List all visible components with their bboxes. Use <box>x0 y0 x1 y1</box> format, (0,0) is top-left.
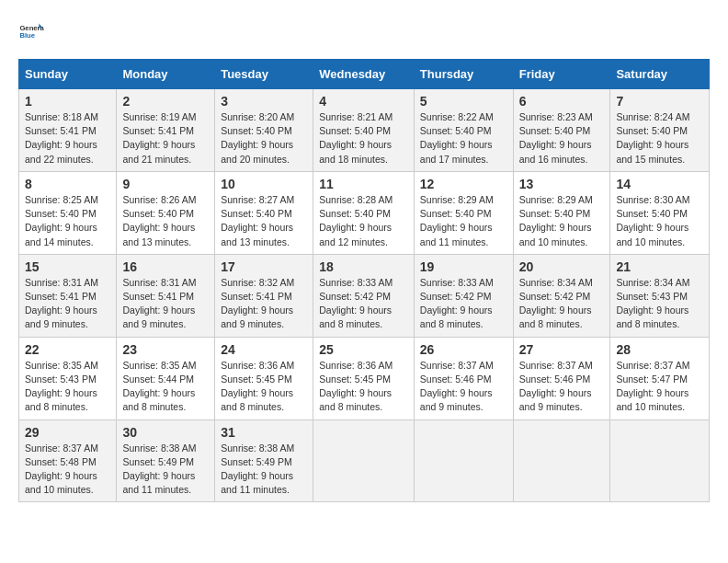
day-cell-10: 10Sunrise: 8:27 AMSunset: 5:40 PMDayligh… <box>215 171 313 254</box>
day-info: Sunrise: 8:20 AMSunset: 5:40 PMDaylight:… <box>221 111 294 165</box>
day-number: 3 <box>221 94 307 109</box>
day-number: 12 <box>420 177 507 191</box>
calendar-row: 15Sunrise: 8:31 AMSunset: 5:41 PMDayligh… <box>19 254 710 337</box>
day-info: Sunrise: 8:25 AMSunset: 5:40 PMDaylight:… <box>25 194 98 247</box>
day-cell-28: 28Sunrise: 8:37 AMSunset: 5:47 PMDayligh… <box>610 337 710 419</box>
day-number: 6 <box>519 94 605 109</box>
day-number: 15 <box>25 259 110 274</box>
col-sunday: Sunday <box>19 60 117 89</box>
day-info: Sunrise: 8:21 AMSunset: 5:40 PMDaylight:… <box>319 111 392 165</box>
day-info: Sunrise: 8:18 AMSunset: 5:41 PMDaylight:… <box>25 111 98 165</box>
day-info: Sunrise: 8:32 AMSunset: 5:41 PMDaylight:… <box>221 277 294 330</box>
col-saturday: Saturday <box>610 60 710 89</box>
day-number: 21 <box>616 259 703 274</box>
day-number: 14 <box>616 177 703 191</box>
day-cell-29: 29Sunrise: 8:37 AMSunset: 5:48 PMDayligh… <box>19 419 117 502</box>
day-cell-14: 14Sunrise: 8:30 AMSunset: 5:40 PMDayligh… <box>610 171 710 254</box>
day-number: 22 <box>25 342 110 357</box>
day-cell-19: 19Sunrise: 8:33 AMSunset: 5:42 PMDayligh… <box>414 254 513 337</box>
day-cell-27: 27Sunrise: 8:37 AMSunset: 5:46 PMDayligh… <box>513 337 610 419</box>
day-cell-30: 30Sunrise: 8:38 AMSunset: 5:49 PMDayligh… <box>117 419 215 502</box>
day-number: 23 <box>122 342 209 357</box>
empty-cell <box>414 419 513 502</box>
day-info: Sunrise: 8:36 AMSunset: 5:45 PMDaylight:… <box>319 360 392 413</box>
day-number: 30 <box>122 425 209 440</box>
calendar-row: 1Sunrise: 8:18 AMSunset: 5:41 PMDaylight… <box>19 89 710 172</box>
day-number: 9 <box>122 177 209 191</box>
day-number: 16 <box>122 259 209 274</box>
svg-text:Blue: Blue <box>19 31 35 40</box>
day-number: 13 <box>519 177 605 191</box>
day-number: 20 <box>519 259 605 274</box>
empty-cell <box>610 419 710 502</box>
day-number: 17 <box>221 259 307 274</box>
day-info: Sunrise: 8:31 AMSunset: 5:41 PMDaylight:… <box>25 277 98 330</box>
day-number: 1 <box>25 94 110 109</box>
day-cell-26: 26Sunrise: 8:37 AMSunset: 5:46 PMDayligh… <box>414 337 513 419</box>
day-cell-20: 20Sunrise: 8:34 AMSunset: 5:42 PMDayligh… <box>513 254 610 337</box>
day-info: Sunrise: 8:26 AMSunset: 5:40 PMDaylight:… <box>122 194 196 247</box>
calendar-row: 8Sunrise: 8:25 AMSunset: 5:40 PMDaylight… <box>19 171 710 254</box>
day-info: Sunrise: 8:27 AMSunset: 5:40 PMDaylight:… <box>221 194 294 247</box>
day-cell-22: 22Sunrise: 8:35 AMSunset: 5:43 PMDayligh… <box>19 337 117 419</box>
day-info: Sunrise: 8:35 AMSunset: 5:43 PMDaylight:… <box>25 360 98 413</box>
day-info: Sunrise: 8:30 AMSunset: 5:40 PMDaylight:… <box>616 194 689 247</box>
day-info: Sunrise: 8:33 AMSunset: 5:42 PMDaylight:… <box>420 277 494 330</box>
day-number: 2 <box>122 94 209 109</box>
day-cell-18: 18Sunrise: 8:33 AMSunset: 5:42 PMDayligh… <box>313 254 415 337</box>
day-cell-13: 13Sunrise: 8:29 AMSunset: 5:40 PMDayligh… <box>513 171 610 254</box>
day-cell-9: 9Sunrise: 8:26 AMSunset: 5:40 PMDaylight… <box>117 171 215 254</box>
day-number: 19 <box>420 259 507 274</box>
day-info: Sunrise: 8:19 AMSunset: 5:41 PMDaylight:… <box>122 111 196 165</box>
day-cell-2: 2Sunrise: 8:19 AMSunset: 5:41 PMDaylight… <box>117 89 215 172</box>
day-number: 7 <box>616 94 703 109</box>
day-cell-5: 5Sunrise: 8:22 AMSunset: 5:40 PMDaylight… <box>414 89 513 172</box>
empty-cell <box>313 419 415 502</box>
day-number: 4 <box>319 94 408 109</box>
day-cell-16: 16Sunrise: 8:31 AMSunset: 5:41 PMDayligh… <box>117 254 215 337</box>
day-cell-1: 1Sunrise: 8:18 AMSunset: 5:41 PMDaylight… <box>19 89 117 172</box>
day-info: Sunrise: 8:29 AMSunset: 5:40 PMDaylight:… <box>519 194 593 247</box>
calendar-header-row: Sunday Monday Tuesday Wednesday Thursday… <box>19 60 710 89</box>
calendar-row: 22Sunrise: 8:35 AMSunset: 5:43 PMDayligh… <box>19 337 710 419</box>
day-cell-3: 3Sunrise: 8:20 AMSunset: 5:40 PMDaylight… <box>215 89 313 172</box>
day-number: 25 <box>319 342 408 357</box>
day-info: Sunrise: 8:38 AMSunset: 5:49 PMDaylight:… <box>122 442 196 496</box>
day-info: Sunrise: 8:37 AMSunset: 5:46 PMDaylight:… <box>420 360 494 413</box>
day-cell-6: 6Sunrise: 8:23 AMSunset: 5:40 PMDaylight… <box>513 89 610 172</box>
day-number: 10 <box>221 177 307 191</box>
page-header: General Blue <box>18 18 710 44</box>
day-info: Sunrise: 8:34 AMSunset: 5:43 PMDaylight:… <box>616 277 689 330</box>
col-tuesday: Tuesday <box>215 60 313 89</box>
day-number: 28 <box>616 342 703 357</box>
day-info: Sunrise: 8:36 AMSunset: 5:45 PMDaylight:… <box>221 360 294 413</box>
day-cell-12: 12Sunrise: 8:29 AMSunset: 5:40 PMDayligh… <box>414 171 513 254</box>
day-info: Sunrise: 8:31 AMSunset: 5:41 PMDaylight:… <box>122 277 196 330</box>
day-cell-23: 23Sunrise: 8:35 AMSunset: 5:44 PMDayligh… <box>117 337 215 419</box>
day-number: 18 <box>319 259 408 274</box>
day-cell-21: 21Sunrise: 8:34 AMSunset: 5:43 PMDayligh… <box>610 254 710 337</box>
day-number: 27 <box>519 342 605 357</box>
col-wednesday: Wednesday <box>313 60 415 89</box>
day-info: Sunrise: 8:34 AMSunset: 5:42 PMDaylight:… <box>519 277 593 330</box>
day-info: Sunrise: 8:35 AMSunset: 5:44 PMDaylight:… <box>122 360 196 413</box>
day-cell-15: 15Sunrise: 8:31 AMSunset: 5:41 PMDayligh… <box>19 254 117 337</box>
day-info: Sunrise: 8:23 AMSunset: 5:40 PMDaylight:… <box>519 111 593 165</box>
day-cell-7: 7Sunrise: 8:24 AMSunset: 5:40 PMDaylight… <box>610 89 710 172</box>
day-cell-4: 4Sunrise: 8:21 AMSunset: 5:40 PMDaylight… <box>313 89 415 172</box>
day-info: Sunrise: 8:28 AMSunset: 5:40 PMDaylight:… <box>319 194 392 247</box>
day-info: Sunrise: 8:24 AMSunset: 5:40 PMDaylight:… <box>616 111 689 165</box>
col-thursday: Thursday <box>414 60 513 89</box>
day-cell-17: 17Sunrise: 8:32 AMSunset: 5:41 PMDayligh… <box>215 254 313 337</box>
day-number: 24 <box>221 342 307 357</box>
day-info: Sunrise: 8:37 AMSunset: 5:46 PMDaylight:… <box>519 360 593 413</box>
day-info: Sunrise: 8:37 AMSunset: 5:48 PMDaylight:… <box>25 442 98 496</box>
day-number: 29 <box>25 425 110 440</box>
empty-cell <box>513 419 610 502</box>
day-info: Sunrise: 8:22 AMSunset: 5:40 PMDaylight:… <box>420 111 494 165</box>
logo-icon: General Blue <box>18 18 44 44</box>
logo: General Blue <box>18 18 48 44</box>
day-info: Sunrise: 8:38 AMSunset: 5:49 PMDaylight:… <box>221 442 294 496</box>
col-friday: Friday <box>513 60 610 89</box>
day-cell-31: 31Sunrise: 8:38 AMSunset: 5:49 PMDayligh… <box>215 419 313 502</box>
